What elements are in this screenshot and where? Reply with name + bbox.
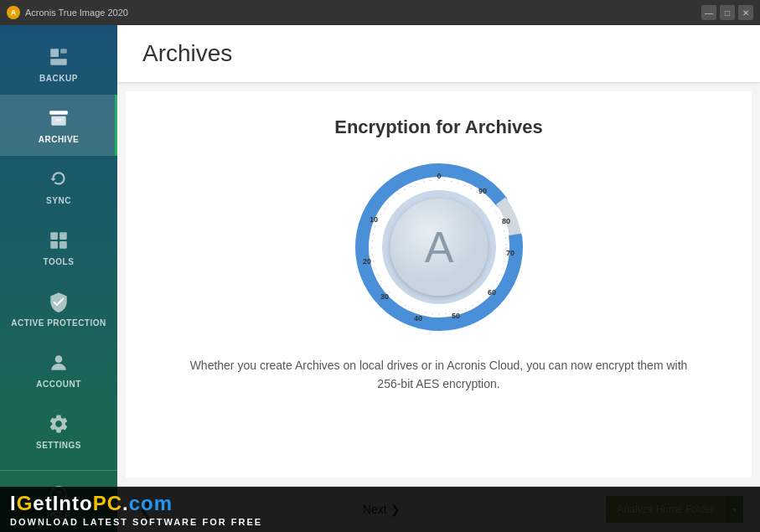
title-bar-left: A Acronis True Image 2020 — [7, 6, 128, 19]
svg-text:30: 30 — [380, 292, 388, 301]
sidebar-item-backup[interactable]: BACKUP — [0, 34, 117, 95]
wm-get: G — [17, 492, 34, 514]
safe-dial: A 0 90 80 70 60 50 40 30 20 10 — [355, 163, 523, 331]
maximize-button[interactable]: □ — [720, 5, 735, 20]
svg-rect-0 — [50, 49, 59, 57]
main-content: Archives Encryption for Archives — [117, 25, 760, 532]
sidebar: BACKUP ARCHIVE SYNC TOOLS — [0, 25, 117, 532]
svg-text:60: 60 — [487, 288, 495, 297]
backup-icon — [47, 45, 70, 69]
sidebar-tools-label: TOOLS — [44, 257, 75, 266]
wm-et: et — [33, 492, 52, 514]
svg-rect-6 — [50, 232, 58, 240]
close-button[interactable]: ✕ — [738, 5, 753, 20]
sidebar-account-label: ACCOUNT — [36, 380, 81, 389]
svg-rect-3 — [49, 111, 68, 114]
svg-text:0: 0 — [437, 172, 441, 180]
sidebar-backup-label: BACKUP — [39, 74, 78, 83]
svg-text:20: 20 — [362, 257, 370, 266]
watermark-brand: IGetIntoPC.com — [10, 492, 173, 515]
window-controls: — □ ✕ — [701, 5, 753, 20]
sidebar-protection-label: ACTIVE PROTECTION — [11, 318, 106, 328]
sidebar-item-archive[interactable]: ARCHIVE — [0, 95, 117, 156]
svg-text:A: A — [424, 223, 453, 271]
minimize-button[interactable]: — — [701, 5, 716, 20]
svg-rect-8 — [50, 241, 58, 249]
sidebar-settings-label: SETTINGS — [36, 441, 81, 450]
app-logo: A — [7, 6, 20, 19]
svg-text:50: 50 — [451, 312, 459, 320]
app-title: Acronis True Image 2020 — [25, 8, 128, 18]
watermark-subtitle: Download Latest Software for Free — [10, 517, 262, 527]
sidebar-sync-label: SYNC — [46, 196, 71, 205]
svg-text:90: 90 — [478, 187, 486, 195]
settings-icon — [47, 412, 70, 436]
sidebar-item-sync[interactable]: SYNC — [0, 156, 117, 217]
tools-icon — [47, 229, 70, 252]
watermark-overlay: IGetIntoPC.com Download Latest Software … — [0, 487, 760, 532]
main-header: Archives — [117, 25, 760, 83]
wm-into: Into — [53, 492, 93, 514]
svg-rect-9 — [59, 241, 67, 249]
sidebar-item-settings[interactable]: SETTINGS — [0, 400, 117, 462]
dial-svg: A 0 90 80 70 60 50 40 30 20 10 — [355, 163, 523, 331]
sidebar-item-active-protection[interactable]: ACTIVE PROTECTION — [0, 278, 117, 339]
protection-icon — [47, 290, 70, 313]
svg-rect-2 — [50, 59, 67, 65]
sidebar-archive-label: ARCHIVE — [39, 135, 80, 144]
title-bar: A Acronis True Image 2020 — □ ✕ — [0, 0, 760, 25]
svg-rect-1 — [60, 49, 67, 53]
svg-rect-7 — [59, 232, 67, 240]
encryption-title: Encryption for Archives — [334, 116, 543, 138]
sidebar-item-tools[interactable]: TOOLS — [0, 217, 117, 278]
svg-text:10: 10 — [369, 215, 377, 224]
page-title: Archives — [142, 40, 735, 67]
wm-i: I — [10, 492, 17, 514]
archive-icon — [47, 106, 70, 130]
svg-text:70: 70 — [505, 249, 514, 257]
content-area: Encryption for Archives — [126, 91, 752, 478]
account-icon — [47, 351, 70, 374]
svg-rect-5 — [56, 119, 62, 121]
description-text: Whether you create Archives on local dri… — [179, 356, 699, 394]
app-container: BACKUP ARCHIVE SYNC TOOLS — [0, 25, 760, 532]
wm-pc: PC — [93, 492, 122, 514]
sync-icon — [47, 168, 70, 191]
svg-point-10 — [55, 355, 63, 363]
wm-com: com — [129, 492, 173, 514]
sidebar-item-account[interactable]: ACCOUNT — [0, 339, 117, 400]
svg-text:80: 80 — [501, 217, 509, 225]
wm-dot: . — [122, 492, 129, 514]
svg-text:40: 40 — [413, 314, 421, 323]
